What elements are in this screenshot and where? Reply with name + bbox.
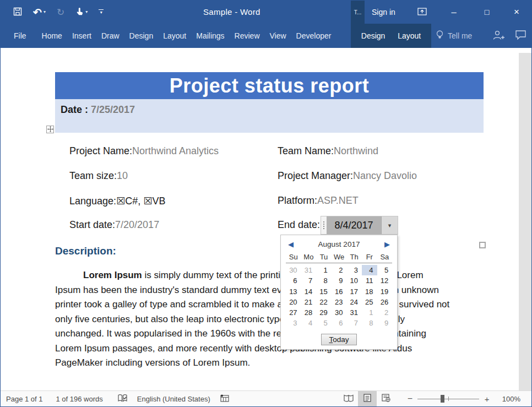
calendar-day[interactable]: 23	[332, 297, 347, 307]
calendar-day[interactable]: 1	[316, 265, 332, 275]
table-move-handle[interactable]	[46, 126, 54, 133]
end-date-value[interactable]: 8/4/2017	[327, 216, 381, 234]
zoom-slider-thumb[interactable]	[441, 395, 444, 403]
calendar-day[interactable]: 19	[377, 286, 393, 297]
tab-draw[interactable]: Draw	[96, 24, 124, 48]
undo-button[interactable]: ↶ ▾	[31, 6, 47, 19]
calendar-day[interactable]: 5	[316, 318, 332, 328]
proofing-errors-button[interactable]	[117, 391, 128, 406]
prev-month-button[interactable]: ◀	[286, 241, 295, 248]
end-date-content-control[interactable]: 8/4/2017 ▾	[321, 216, 398, 235]
zoom-out-button[interactable]: −	[404, 393, 415, 404]
minimize-button[interactable]: ─	[444, 1, 463, 24]
tab-home[interactable]: Home	[37, 24, 67, 48]
zoom-in-button[interactable]: +	[481, 394, 492, 404]
calendar-day[interactable]: 8	[316, 275, 332, 286]
calendar-day[interactable]: 8	[362, 318, 377, 328]
calendar-day[interactable]: 13	[286, 286, 301, 297]
calendar-day[interactable]: 31	[346, 307, 362, 318]
calendar-day[interactable]: 10	[346, 275, 362, 286]
calendar-day[interactable]: 2	[377, 307, 393, 318]
tab-mailings[interactable]: Mailings	[191, 24, 229, 48]
team-name-value[interactable]: Northwind	[334, 145, 378, 156]
share-contact-button[interactable]	[492, 29, 506, 42]
calendar-day[interactable]: 16	[332, 286, 347, 297]
calendar-day-selected[interactable]: 4	[362, 265, 377, 275]
page-number-status[interactable]: Page 1 of 1	[6, 391, 43, 406]
today-button[interactable]: Today	[321, 334, 356, 345]
sign-in-link[interactable]: Sign in	[368, 1, 399, 24]
maximize-button[interactable]: □	[477, 1, 496, 24]
calendar-day[interactable]: 6	[332, 318, 347, 328]
calendar-day[interactable]: 31	[301, 265, 317, 275]
tab-design[interactable]: Design	[124, 24, 159, 48]
zoom-slider[interactable]	[417, 391, 479, 406]
language-checkboxes-value[interactable]: ☒C#, ☒VB	[116, 196, 165, 207]
calendar-day[interactable]: 28	[301, 307, 317, 318]
date-picker-popup: ◀ August 2017 ▶ SuMoTuWeThFrSa 303112345…	[280, 235, 398, 350]
platform-value[interactable]: ASP.NET	[317, 195, 359, 206]
calendar-day[interactable]: 7	[346, 318, 362, 328]
table-resize-handle[interactable]	[479, 242, 486, 248]
tab-file[interactable]: File	[9, 24, 31, 48]
document-area[interactable]: Project status report Date : 7/25/2017 P…	[1, 48, 531, 390]
calendar-day-names: SuMoTuWeThFrSa	[286, 252, 397, 263]
calendar-day[interactable]: 2	[332, 265, 347, 275]
word-count-status[interactable]: 1 of 196 words	[56, 391, 103, 406]
calendar-day[interactable]: 7	[301, 275, 317, 286]
calendar-day[interactable]: 26	[377, 297, 393, 307]
tell-me-box[interactable]: Tell me	[436, 24, 472, 48]
ribbon-display-options-button[interactable]	[412, 1, 431, 24]
tab-insert[interactable]: Insert	[67, 24, 96, 48]
contextual-tab-layout[interactable]: Layout	[395, 24, 423, 48]
calendar-day[interactable]: 6	[286, 275, 301, 286]
macro-recording-button[interactable]	[220, 391, 229, 406]
calendar-day[interactable]: 5	[377, 265, 393, 275]
calendar-day[interactable]: 1	[362, 307, 377, 318]
calendar-day[interactable]: 15	[316, 286, 332, 297]
tab-layout[interactable]: Layout	[158, 24, 191, 48]
calendar-day[interactable]: 11	[362, 275, 377, 286]
date-dropdown-button[interactable]: ▾	[381, 216, 398, 234]
calendar-day[interactable]: 12	[377, 275, 393, 286]
zoom-level-button[interactable]: 100%	[499, 394, 524, 404]
content-control-handle-icon[interactable]	[321, 216, 327, 234]
web-layout-button[interactable]	[377, 391, 395, 406]
save-button[interactable]	[12, 6, 24, 19]
vertical-scrollbar[interactable]	[519, 53, 531, 390]
project-manager-value[interactable]: Nancy Davolio	[353, 170, 417, 181]
calendar-day[interactable]: 20	[286, 297, 301, 307]
calendar-day[interactable]: 3	[346, 265, 362, 275]
calendar-day[interactable]: 9	[377, 318, 393, 328]
calendar-day[interactable]: 21	[301, 297, 317, 307]
project-name-value[interactable]: Northwind Analytics	[132, 145, 219, 156]
comments-button[interactable]	[514, 30, 527, 41]
calendar-day[interactable]: 24	[346, 297, 362, 307]
calendar-day[interactable]: 17	[346, 286, 362, 297]
calendar-day[interactable]: 27	[286, 307, 301, 318]
close-button[interactable]: ×	[507, 1, 526, 24]
next-month-button[interactable]: ▶	[383, 241, 392, 248]
tab-review[interactable]: Review	[230, 24, 265, 48]
touch-mouse-mode-button[interactable]: ▾	[74, 6, 89, 19]
calendar-day[interactable]: 30	[332, 307, 347, 318]
calendar-day[interactable]: 25	[362, 297, 377, 307]
contextual-tab-design[interactable]: Design	[359, 24, 388, 48]
start-date-value[interactable]: 7/20/2017	[115, 219, 159, 230]
customize-quick-access-button[interactable]: ▾	[97, 8, 105, 16]
calendar-day[interactable]: 3	[286, 318, 301, 328]
tab-developer[interactable]: Developer	[291, 24, 336, 48]
calendar-day[interactable]: 29	[316, 307, 332, 318]
calendar-day[interactable]: 18	[362, 286, 377, 297]
print-layout-button[interactable]	[358, 391, 377, 406]
team-size-value[interactable]: 10	[117, 170, 128, 181]
tab-view[interactable]: View	[265, 24, 291, 48]
calendar-day[interactable]: 14	[301, 286, 317, 297]
language-status[interactable]: English (United States)	[137, 391, 210, 406]
calendar-day[interactable]: 30	[286, 265, 301, 275]
calendar-day[interactable]: 4	[301, 318, 317, 328]
calendar-day[interactable]: 22	[316, 297, 332, 307]
calendar-day[interactable]: 9	[332, 275, 347, 286]
redo-button[interactable]: ↻	[55, 7, 66, 18]
read-mode-button[interactable]	[339, 391, 358, 406]
